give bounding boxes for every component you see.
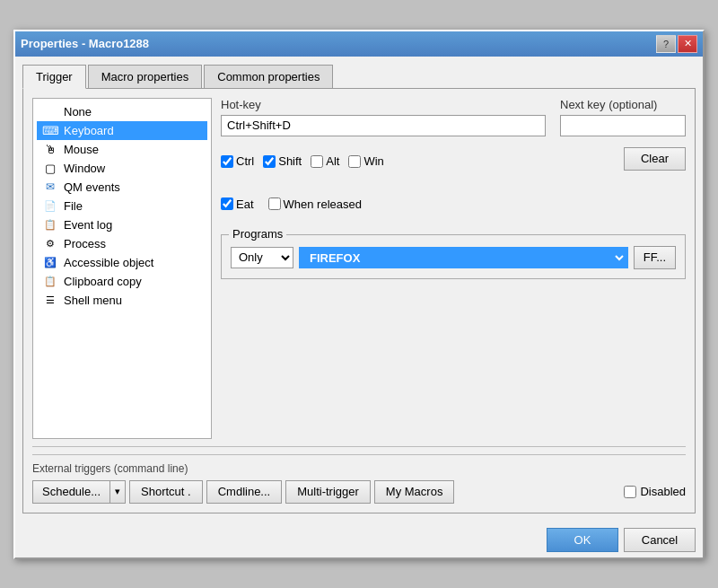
ff-button[interactable]: FF... bbox=[634, 246, 676, 269]
title-bar-buttons: ? ✕ bbox=[656, 35, 697, 53]
disabled-checkbox[interactable] bbox=[624, 486, 636, 498]
eventlog-icon: 📋 bbox=[42, 218, 58, 231]
win-checkbox[interactable] bbox=[348, 155, 361, 168]
win-modifier: Win bbox=[348, 154, 383, 168]
hotkey-section: Hot-key bbox=[221, 98, 546, 136]
accessible-icon: ♿ bbox=[42, 256, 58, 268]
cmdline-button[interactable]: Cmdline... bbox=[206, 480, 283, 504]
external-triggers-section: External triggers (command line) Schedul… bbox=[32, 454, 686, 504]
schedule-dropdown-button[interactable]: ▾ bbox=[109, 480, 126, 504]
shortcut-button[interactable]: Shortcut . bbox=[129, 480, 203, 504]
trigger-item-shell-menu[interactable]: ☰ Shell menu bbox=[37, 291, 207, 310]
schedule-btn-group: Schedule... ▾ bbox=[32, 480, 126, 504]
window-body: Trigger Macro properties Common properti… bbox=[15, 57, 703, 521]
programs-group: Programs Only Except All FIREFOX FF... bbox=[221, 234, 686, 279]
main-window: Properties - Macro1288 ? ✕ Trigger Macro… bbox=[13, 30, 705, 559]
eat-row: Eat When released bbox=[221, 197, 686, 211]
trigger-label-accessible-object: Accessible object bbox=[64, 256, 153, 269]
alt-modifier: Alt bbox=[311, 154, 339, 168]
shift-modifier: Shift bbox=[263, 154, 302, 168]
title-bar: Properties - Macro1288 ? ✕ bbox=[15, 31, 703, 57]
trigger-item-qm-events[interactable]: ✉ QM events bbox=[37, 178, 207, 197]
tab-inner: None ⌨ Keyboard 🖱 Mouse ▢ Window bbox=[32, 98, 686, 439]
alt-label: Alt bbox=[326, 154, 339, 168]
right-panel: Hot-key Next key (optional) bbox=[221, 98, 686, 439]
external-triggers-buttons: Schedule... ▾ Shortcut . Cmdline... Mult… bbox=[32, 480, 686, 504]
clear-button[interactable]: Clear bbox=[624, 147, 686, 171]
schedule-button[interactable]: Schedule... bbox=[32, 480, 109, 504]
trigger-label-mouse: Mouse bbox=[64, 143, 99, 156]
help-button[interactable]: ? bbox=[656, 35, 676, 53]
clipboard-icon: 📋 bbox=[42, 275, 58, 287]
programs-row: Only Except All FIREFOX FF... bbox=[231, 246, 676, 269]
modifier-row: Ctrl Shift Alt bbox=[221, 154, 384, 168]
process-icon: ⚙ bbox=[42, 237, 58, 250]
ctrl-modifier: Ctrl bbox=[221, 154, 254, 168]
footer: OK Cancel bbox=[15, 521, 703, 557]
win-label: Win bbox=[363, 154, 383, 168]
programs-legend: Programs bbox=[229, 227, 286, 241]
trigger-label-qm-events: QM events bbox=[64, 180, 120, 194]
hotkey-input[interactable] bbox=[221, 115, 546, 136]
nextkey-section: Next key (optional) bbox=[560, 98, 686, 136]
keyboard-icon: ⌨ bbox=[42, 124, 58, 136]
window-icon: ▢ bbox=[42, 162, 58, 174]
hotkey-row: Hot-key Next key (optional) bbox=[221, 98, 686, 136]
trigger-item-event-log[interactable]: 📋 Event log bbox=[37, 215, 207, 234]
trigger-label-event-log: Event log bbox=[64, 218, 112, 232]
separator bbox=[32, 446, 686, 447]
multi-trigger-button[interactable]: Multi-trigger bbox=[285, 480, 371, 504]
trigger-item-window[interactable]: ▢ Window bbox=[37, 159, 207, 178]
window-title: Properties - Macro1288 bbox=[21, 37, 149, 50]
when-released-option: When released bbox=[268, 197, 362, 211]
trigger-label-file: File bbox=[64, 199, 83, 213]
tab-bar: Trigger Macro properties Common properti… bbox=[22, 64, 696, 88]
trigger-label-none: None bbox=[64, 105, 92, 118]
alt-checkbox[interactable] bbox=[311, 155, 323, 168]
hotkey-label: Hot-key bbox=[221, 98, 546, 111]
trigger-item-accessible-object[interactable]: ♿ Accessible object bbox=[37, 253, 207, 272]
eat-checkbox[interactable] bbox=[221, 197, 233, 210]
programs-filter-select[interactable]: Only Except All bbox=[231, 247, 293, 268]
when-released-label: When released bbox=[284, 197, 362, 211]
trigger-list-panel: None ⌨ Keyboard 🖱 Mouse ▢ Window bbox=[32, 98, 212, 439]
shift-checkbox[interactable] bbox=[263, 155, 276, 168]
tab-trigger[interactable]: Trigger bbox=[22, 65, 86, 89]
nextkey-label: Next key (optional) bbox=[560, 98, 686, 111]
trigger-label-clipboard-copy: Clipboard copy bbox=[64, 275, 142, 288]
nextkey-input[interactable] bbox=[560, 115, 686, 136]
when-released-checkbox[interactable] bbox=[268, 197, 281, 210]
trigger-label-keyboard: Keyboard bbox=[64, 124, 114, 137]
trigger-item-process[interactable]: ⚙ Process bbox=[37, 234, 207, 253]
tab-macro-properties[interactable]: Macro properties bbox=[88, 65, 203, 89]
none-icon bbox=[42, 105, 58, 118]
shift-label: Shift bbox=[278, 154, 302, 168]
cancel-button[interactable]: Cancel bbox=[624, 528, 696, 552]
ctrl-label: Ctrl bbox=[236, 154, 254, 168]
trigger-label-shell-menu: Shell menu bbox=[64, 294, 122, 307]
qm-icon: ✉ bbox=[42, 180, 58, 193]
trigger-item-keyboard[interactable]: ⌨ Keyboard bbox=[37, 121, 207, 140]
disabled-option: Disabled bbox=[624, 485, 686, 498]
trigger-label-process: Process bbox=[64, 237, 106, 250]
tab-common-properties[interactable]: Common properties bbox=[204, 65, 333, 89]
trigger-item-file[interactable]: 📄 File bbox=[37, 197, 207, 215]
ctrl-checkbox[interactable] bbox=[221, 155, 233, 168]
trigger-label-window: Window bbox=[64, 162, 105, 175]
disabled-label: Disabled bbox=[640, 485, 686, 498]
trigger-item-clipboard-copy[interactable]: 📋 Clipboard copy bbox=[37, 272, 207, 291]
file-icon: 📄 bbox=[42, 199, 58, 212]
trigger-item-none[interactable]: None bbox=[37, 102, 207, 121]
eat-label: Eat bbox=[236, 197, 254, 211]
ok-button[interactable]: OK bbox=[547, 528, 618, 552]
tab-content: None ⌨ Keyboard 🖱 Mouse ▢ Window bbox=[22, 88, 696, 513]
mouse-icon: 🖱 bbox=[42, 143, 58, 155]
close-button[interactable]: ✕ bbox=[678, 35, 697, 53]
programs-value-select[interactable]: FIREFOX bbox=[299, 247, 628, 268]
external-triggers-label: External triggers (command line) bbox=[32, 462, 686, 475]
my-macros-button[interactable]: My Macros bbox=[374, 480, 455, 504]
trigger-item-mouse[interactable]: 🖱 Mouse bbox=[37, 140, 207, 159]
shellmenu-icon: ☰ bbox=[42, 294, 58, 306]
eat-option: Eat bbox=[221, 197, 254, 211]
